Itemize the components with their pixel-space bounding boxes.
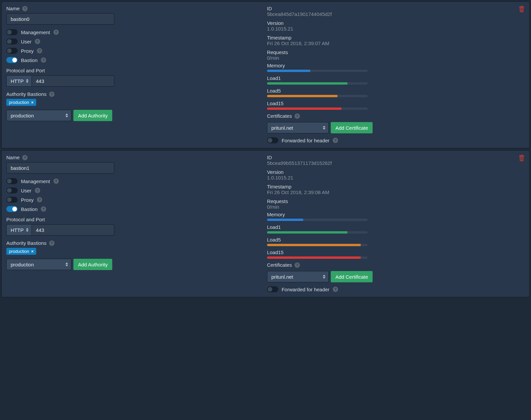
help-icon[interactable]: [22, 6, 28, 11]
authority-tag-text: production: [9, 249, 29, 254]
help-icon[interactable]: [35, 39, 40, 44]
version-value: 1.0.1015.21: [267, 175, 525, 180]
proxy-label: Proxy: [21, 197, 34, 203]
proxy-toggle[interactable]: [6, 197, 18, 203]
memory-label: Memory: [267, 63, 525, 68]
requests-value: 0/min: [267, 204, 525, 210]
proxy-toggle[interactable]: [6, 48, 18, 54]
protocol-port-label: Protocol and Port: [6, 217, 45, 222]
load1-label: Load1: [267, 224, 525, 230]
help-icon[interactable]: [41, 57, 46, 63]
bastion-toggle[interactable]: [6, 57, 18, 63]
help-icon[interactable]: [37, 48, 42, 53]
load5-bar: [267, 244, 368, 246]
user-label: User: [21, 39, 32, 44]
remove-tag-icon[interactable]: ×: [31, 100, 34, 105]
add-certificate-button[interactable]: Add Certificate: [331, 122, 373, 133]
authority-select[interactable]: production: [6, 259, 71, 270]
forwarded-toggle[interactable]: [267, 137, 278, 143]
memory-bar: [267, 70, 368, 72]
memory-label: Memory: [267, 212, 525, 217]
timestamp-label: Timestamp: [267, 184, 525, 189]
load15-bar: [267, 256, 368, 259]
authority-select[interactable]: production: [6, 110, 71, 121]
protocol-select-value: HTTP: [11, 78, 24, 84]
requests-value: 0/min: [267, 55, 525, 61]
user-toggle[interactable]: [6, 187, 18, 193]
node-panel: Name Management User Proxy Bastion: [1, 150, 530, 297]
add-certificate-button[interactable]: Add Certificate: [331, 271, 373, 282]
name-input[interactable]: [6, 162, 114, 174]
delete-node-button[interactable]: [519, 155, 525, 161]
add-authority-button[interactable]: Add Authority: [73, 110, 112, 121]
timestamp-label: Timestamp: [267, 35, 525, 40]
remove-tag-icon[interactable]: ×: [31, 249, 34, 254]
protocol-select[interactable]: HTTP: [6, 224, 32, 236]
help-icon[interactable]: [53, 30, 59, 35]
load15-bar: [267, 107, 368, 110]
help-icon[interactable]: [49, 241, 54, 246]
management-toggle[interactable]: [6, 178, 18, 184]
port-input[interactable]: [32, 75, 114, 87]
help-icon[interactable]: [35, 188, 40, 193]
select-arrows-icon: [322, 275, 326, 279]
authority-bastions-label: Authority Bastions: [6, 91, 46, 97]
forwarded-toggle[interactable]: [267, 286, 278, 292]
protocol-select[interactable]: HTTP: [6, 75, 32, 87]
memory-bar: [267, 219, 368, 221]
certificate-select[interactable]: pritunl.net: [267, 122, 329, 133]
certificate-select-value: pritunl.net: [271, 274, 293, 280]
help-icon[interactable]: [333, 287, 338, 292]
version-label: Version: [267, 169, 525, 175]
help-icon[interactable]: [22, 155, 28, 160]
forwarded-label: Forwarded for header: [282, 138, 329, 143]
bastion-label: Bastion: [21, 57, 38, 63]
authority-tag: production ×: [6, 99, 36, 106]
user-label: User: [21, 188, 32, 193]
load1-label: Load1: [267, 75, 525, 81]
help-icon[interactable]: [295, 262, 300, 268]
select-arrows-icon: [322, 126, 326, 130]
load5-label: Load5: [267, 88, 525, 94]
proxy-label: Proxy: [21, 48, 34, 54]
help-icon[interactable]: [37, 197, 42, 202]
add-authority-button[interactable]: Add Authority: [73, 259, 112, 270]
id-label: ID: [267, 6, 525, 11]
protocol-port-label: Protocol and Port: [6, 68, 45, 73]
node-panel: Name Management User Proxy Bastion: [1, 1, 530, 148]
help-icon[interactable]: [53, 178, 59, 184]
help-icon[interactable]: [333, 138, 338, 143]
help-icon[interactable]: [41, 206, 46, 212]
management-toggle[interactable]: [6, 29, 18, 35]
authority-tag-text: production: [9, 100, 29, 105]
load5-bar: [267, 95, 368, 97]
help-icon[interactable]: [49, 92, 54, 97]
bastion-toggle[interactable]: [6, 206, 18, 212]
timestamp-value: Fri 26 Oct 2018, 2:39:07 AM: [267, 40, 525, 46]
certificates-label: Certificates: [267, 262, 292, 268]
port-input[interactable]: [32, 224, 114, 236]
certificate-select[interactable]: pritunl.net: [267, 271, 329, 282]
name-label: Name: [6, 6, 20, 11]
requests-label: Requests: [267, 198, 525, 204]
certificate-select-value: pritunl.net: [271, 125, 293, 131]
select-arrows-icon: [26, 228, 29, 232]
load1-bar: [267, 231, 368, 234]
delete-node-button[interactable]: [519, 6, 525, 12]
version-label: Version: [267, 20, 525, 26]
help-icon[interactable]: [295, 113, 300, 119]
bastion-label: Bastion: [21, 206, 38, 212]
name-label: Name: [6, 155, 20, 160]
timestamp-value: Fri 26 Oct 2018, 2:39:08 AM: [267, 189, 525, 195]
user-toggle[interactable]: [6, 38, 18, 44]
id-value: 5bcea845d7a1901744045d2f: [267, 11, 525, 17]
version-value: 1.0.1015.21: [267, 26, 525, 32]
select-arrows-icon: [65, 113, 68, 117]
authority-select-value: production: [11, 113, 34, 118]
load1-bar: [267, 82, 368, 85]
select-arrows-icon: [26, 79, 29, 83]
authority-select-value: production: [11, 262, 34, 267]
name-input[interactable]: [6, 13, 114, 25]
forwarded-label: Forwarded for header: [282, 287, 329, 292]
authority-bastions-label: Authority Bastions: [6, 240, 46, 246]
